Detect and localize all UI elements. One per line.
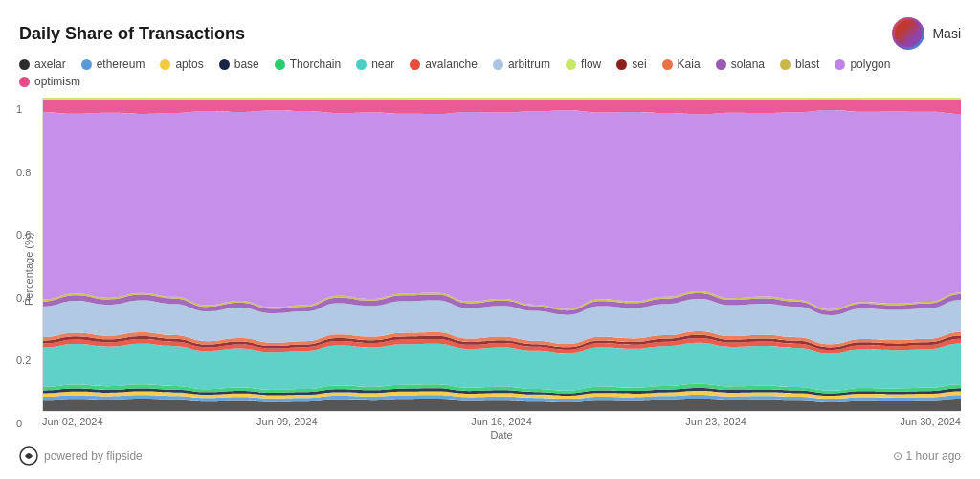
legend-color-dot [160,59,170,70]
legend-item: near [356,57,394,71]
legend-color-dot [662,59,673,70]
footer-brand: powered by flipside [19,446,143,466]
timestamp-label: ⊙ 1 hour ago [893,449,961,463]
legend-label: avalanche [425,57,478,71]
legend-item: solana [716,57,765,71]
username-label: Masi [932,26,961,41]
legend-item: Thorchain [275,57,341,71]
y-axis-label: Percentage (%) [19,98,38,441]
y-axis-tick: 0.6 [16,229,31,240]
y-axis-tick: 0.2 [16,354,31,366]
x-axis-tick: Jun 23, 2024 [685,416,746,427]
y-axis-tick: 0.4 [16,292,31,304]
x-axis-tick: Jun 16, 2024 [471,416,532,427]
legend-item: optimism [19,75,80,88]
page-title: Daily Share of Transactions [19,24,245,44]
legend-item: axelar [19,57,66,71]
legend-color-dot [81,59,92,70]
legend-label: solana [731,57,765,71]
legend-label: arbitrum [508,57,550,71]
legend-label: blast [795,57,819,71]
legend-item: blast [780,57,819,71]
legend-label: ethereum [97,57,145,71]
legend-label: axelar [34,57,66,71]
y-axis-tick: 1 [16,103,22,115]
legend-item: arbitrum [493,57,550,71]
legend-color-dot [566,59,576,70]
legend-label: polygon [850,57,890,71]
legend-label: base [234,57,259,71]
legend-color-dot [410,59,420,70]
legend-label: flow [581,57,601,71]
legend-color-dot [780,59,791,70]
brand-label: powered by flipside [44,449,143,463]
legend-item: sei [616,57,646,71]
legend-label: Thorchain [290,57,341,71]
y-axis-tick: 0 [16,418,22,429]
x-axis-tick: Jun 30, 2024 [900,416,961,427]
legend-color-dot [493,59,503,70]
chart-inner: 00.20.40.60.81 [42,98,961,412]
legend-color-dot [19,59,30,70]
chart-area: Percentage (%) 00.20.40.60.81 Jun 02, 20… [19,98,961,441]
legend-item: polygon [835,57,890,71]
legend-item: Kaia [662,57,701,71]
user-info: Masi [892,17,961,50]
legend-color-dot [275,59,285,70]
x-axis: Jun 02, 2024Jun 09, 2024Jun 16, 2024Jun … [42,412,961,427]
stacked-area-chart [43,98,961,411]
legend-item: aptos [160,57,203,71]
legend-color-dot [356,59,367,70]
legend-label: sei [632,57,646,71]
legend-label: Kaia [678,57,701,71]
legend-label: near [371,57,394,71]
x-axis-tick: Jun 02, 2024 [42,416,103,427]
chart-wrapper: 00.20.40.60.81 Jun 02, 2024Jun 09, 2024J… [42,98,961,441]
legend-color-dot [219,59,230,70]
flipside-logo-icon [19,446,38,466]
legend-color-dot [19,77,30,87]
footer: powered by flipside ⊙ 1 hour ago [19,446,961,466]
legend-item: base [219,57,259,71]
legend-color-dot [716,59,726,70]
chart-layer [43,110,961,309]
x-axis-tick: Jun 09, 2024 [256,416,318,427]
legend-color-dot [835,59,845,70]
header-row: Daily Share of Transactions Masi [19,17,961,50]
avatar [892,17,924,50]
legend-label: optimism [34,75,80,88]
grid-line: 0 [43,411,961,412]
legend-item: ethereum [81,57,145,71]
legend-item: flow [566,57,601,71]
legend-label: aptos [175,57,203,71]
x-axis-title: Date [42,429,961,441]
y-axis-tick: 0.8 [16,167,31,178]
legend-item: avalanche [410,57,478,71]
legend-color-dot [616,59,627,70]
chart-legend: axelarethereumaptosbaseThorchainnearaval… [19,57,961,88]
